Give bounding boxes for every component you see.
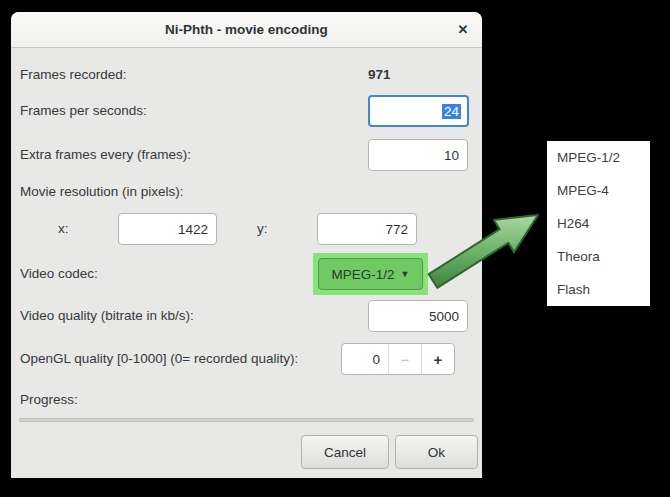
titlebar[interactable]: Ni-Phth - movie encoding ✕ [11, 12, 482, 48]
resolution-x-label: x: [58, 221, 69, 236]
annotation-highlight: MPEG-1/2 ▼ [313, 253, 428, 295]
close-icon[interactable]: ✕ [450, 16, 476, 42]
screen: { "window": { "title": "Ni-Phth - movie … [0, 0, 670, 497]
extra-frames-input[interactable] [368, 139, 468, 171]
menu-item-mpeg4[interactable]: MPEG-4 [547, 174, 650, 207]
progress-bar [19, 418, 474, 422]
codec-dropdown-value: MPEG-1/2 [332, 267, 395, 282]
plus-button[interactable]: + [421, 344, 454, 374]
cancel-button[interactable]: Cancel [301, 435, 389, 469]
chevron-down-icon: ▼ [401, 269, 410, 279]
resolution-x-input[interactable] [118, 213, 217, 245]
frames-recorded-value: 971 [368, 67, 391, 82]
fps-label: Frames per seconds: [20, 103, 147, 118]
video-codec-label: Video codec: [20, 266, 98, 281]
video-quality-label: Video quality (bitrate in kb/s): [20, 308, 194, 323]
opengl-quality-label: OpenGL quality [0-1000] (0= recorded qua… [20, 351, 298, 366]
menu-item-mpeg12[interactable]: MPEG-1/2 [547, 141, 650, 174]
frames-recorded-label: Frames recorded: [20, 67, 127, 82]
menu-item-h264[interactable]: H264 [547, 207, 650, 240]
codec-dropdown[interactable]: MPEG-1/2 ▼ [318, 258, 423, 290]
fps-selected-text: 24 [442, 104, 461, 119]
extra-frames-label: Extra frames every (frames): [20, 147, 191, 162]
menu-item-theora[interactable]: Theora [547, 240, 650, 273]
menu-item-flash[interactable]: Flash [547, 273, 650, 306]
progress-label: Progress: [20, 392, 78, 407]
video-quality-input[interactable] [368, 300, 468, 332]
movie-encoding-dialog: Ni-Phth - movie encoding ✕ Frames record… [11, 12, 482, 478]
codec-options-menu: MPEG-1/2 MPEG-4 H264 Theora Flash [547, 141, 650, 306]
window-title: Ni-Phth - movie encoding [165, 22, 328, 37]
resolution-label: Movie resolution (in pixels): [20, 184, 184, 199]
resolution-y-input[interactable] [317, 213, 417, 245]
ok-button[interactable]: Ok [395, 435, 478, 469]
opengl-quality-value[interactable]: 0 [342, 344, 388, 374]
opengl-quality-spinner: 0 − + [341, 343, 455, 375]
minus-button[interactable]: − [388, 344, 421, 374]
resolution-y-label: y: [257, 221, 268, 236]
fps-input[interactable]: 24 [368, 95, 469, 127]
